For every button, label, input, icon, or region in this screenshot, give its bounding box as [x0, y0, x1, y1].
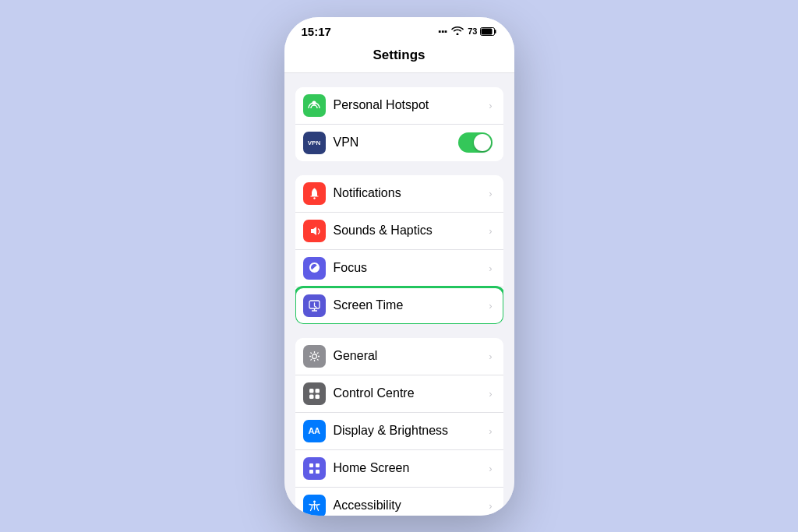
signal-icon: ▪▪▪ [438, 26, 447, 36]
svg-point-4 [313, 197, 315, 199]
home-screen-chevron: › [489, 463, 492, 474]
row-screen-time[interactable]: Screen Time › [295, 287, 503, 324]
personal-hotspot-label: Personal Hotspot [334, 98, 486, 112]
svg-rect-14 [316, 470, 320, 474]
focus-label: Focus [334, 261, 486, 275]
control-centre-icon [303, 382, 326, 405]
wifi-icon [451, 26, 464, 37]
row-sounds-haptics[interactable]: Sounds & Haptics › [295, 213, 503, 250]
accessibility-label: Accessibility [334, 499, 486, 513]
personal-hotspot-icon [303, 94, 326, 117]
display-brightness-icon: AA [303, 420, 326, 442]
svg-rect-9 [309, 394, 314, 399]
phone-container: 15:17 ▪▪▪ 73 Settings [284, 17, 514, 516]
svg-rect-1 [494, 30, 496, 33]
svg-point-6 [312, 354, 316, 358]
row-focus[interactable]: Focus › [295, 250, 503, 287]
svg-point-15 [313, 500, 316, 502]
control-centre-chevron: › [489, 388, 492, 400]
row-vpn[interactable]: VPN VPN [295, 125, 503, 161]
svg-rect-7 [309, 389, 314, 393]
row-display-brightness[interactable]: AA Display & Brightness › [295, 413, 503, 450]
status-time: 15:17 [302, 25, 331, 38]
vpn-label: VPN [334, 136, 452, 150]
screen-time-icon [303, 294, 326, 317]
vpn-toggle[interactable] [458, 132, 493, 153]
screen-time-chevron: › [489, 300, 492, 312]
row-accessibility[interactable]: Accessibility › [295, 488, 503, 516]
general-chevron: › [489, 351, 492, 362]
row-personal-hotspot[interactable]: Personal Hotspot › [295, 87, 503, 125]
accessibility-icon [303, 495, 326, 516]
row-control-centre[interactable]: Control Centre › [295, 375, 503, 413]
svg-rect-13 [309, 470, 313, 474]
vpn-icon: VPN [303, 132, 326, 154]
svg-rect-2 [481, 29, 492, 35]
display-brightness-chevron: › [489, 425, 492, 437]
personal-hotspot-chevron: › [489, 100, 492, 111]
settings-header: Settings [284, 43, 514, 73]
display-brightness-label: Display & Brightness [334, 424, 486, 438]
sounds-haptics-chevron: › [489, 225, 492, 237]
section-network: Personal Hotspot › VPN VPN [295, 87, 503, 161]
row-general[interactable]: General › [295, 338, 503, 375]
control-centre-label: Control Centre [334, 386, 486, 400]
notifications-chevron: › [489, 188, 492, 199]
svg-rect-10 [315, 394, 320, 399]
row-home-screen[interactable]: Home Screen › [295, 450, 503, 488]
svg-rect-12 [316, 463, 320, 467]
home-screen-icon [303, 457, 326, 480]
focus-chevron: › [489, 262, 492, 274]
screen-time-label: Screen Time [334, 298, 486, 312]
focus-icon [303, 257, 326, 280]
status-bar: 15:17 ▪▪▪ 73 [284, 17, 514, 43]
home-screen-label: Home Screen [334, 461, 486, 475]
battery-icon: 73 [468, 26, 496, 37]
sounds-haptics-icon [303, 220, 326, 242]
notifications-label: Notifications [334, 186, 486, 200]
section-notifications: Notifications › Sounds & Haptics › [295, 175, 503, 324]
general-icon [303, 345, 326, 368]
accessibility-chevron: › [489, 500, 492, 512]
general-label: General [334, 349, 486, 363]
sounds-haptics-label: Sounds & Haptics [334, 224, 486, 238]
scroll-content[interactable]: Personal Hotspot › VPN VPN Notifications [284, 73, 514, 516]
row-notifications[interactable]: Notifications › [295, 175, 503, 213]
status-icons: ▪▪▪ 73 [438, 26, 496, 37]
svg-rect-8 [315, 389, 320, 393]
notifications-icon [303, 182, 326, 205]
svg-rect-11 [309, 463, 313, 467]
section-system: General › Control Centre › AA Display [295, 338, 503, 516]
